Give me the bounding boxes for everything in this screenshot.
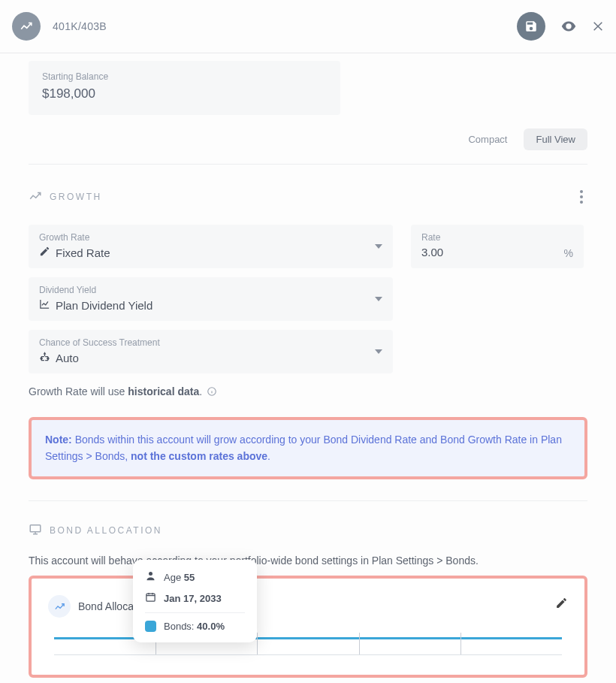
svg-rect-1 bbox=[30, 525, 41, 532]
timeline-tooltip: Age 55 Jan 17, 2033 Bonds: 40.0% bbox=[133, 560, 257, 642]
growth-icon bbox=[29, 189, 42, 205]
growth-section-title: GROWTH bbox=[50, 192, 102, 202]
timeline-tick bbox=[257, 633, 258, 655]
bond-allocation-card: Bond Allocation bbox=[29, 576, 587, 678]
dividend-yield-label: Dividend Yield bbox=[39, 285, 382, 295]
timeline-tick bbox=[359, 633, 360, 655]
save-button[interactable] bbox=[517, 12, 545, 41]
preview-icon[interactable] bbox=[560, 18, 577, 35]
app-logo bbox=[12, 12, 41, 41]
growth-menu-button[interactable] bbox=[575, 186, 587, 208]
chevron-down-icon bbox=[375, 243, 382, 250]
chevron-down-icon bbox=[375, 348, 382, 355]
rate-value: 3.00 bbox=[421, 246, 573, 258]
dividend-yield-value: Plan Dividend Yield bbox=[56, 299, 152, 312]
growth-helper-text: Growth Rate will use historical data. bbox=[29, 385, 587, 397]
growth-rate-label: Growth Rate bbox=[39, 232, 382, 243]
bond-card-icon bbox=[48, 595, 71, 618]
chevron-down-icon bbox=[375, 295, 382, 303]
bonds-note: Note: Bonds within this account will gro… bbox=[32, 420, 584, 476]
view-compact-button[interactable]: Compact bbox=[456, 128, 519, 150]
recycle-icon bbox=[39, 351, 50, 364]
person-icon bbox=[145, 570, 156, 584]
bond-timeline[interactable] bbox=[54, 633, 562, 655]
bond-description: This account will behave according to yo… bbox=[29, 555, 587, 567]
rate-input[interactable]: Rate 3.00 % bbox=[411, 225, 584, 268]
growth-rate-select[interactable]: Growth Rate Fixed Rate bbox=[29, 225, 393, 268]
timeline-tick bbox=[460, 633, 461, 655]
growth-rate-value: Fixed Rate bbox=[56, 246, 110, 259]
timeline-baseline bbox=[54, 654, 562, 655]
calendar-icon bbox=[145, 591, 156, 605]
chance-of-success-select[interactable]: Chance of Success Treatment Auto bbox=[29, 330, 393, 373]
page-title: 401K/403B bbox=[53, 20, 107, 32]
view-full-button[interactable]: Full View bbox=[524, 128, 587, 150]
divider bbox=[29, 164, 587, 165]
info-icon[interactable] bbox=[207, 386, 217, 397]
rate-label: Rate bbox=[421, 232, 573, 243]
starting-balance-label: Starting Balance bbox=[42, 71, 327, 82]
pencil-icon bbox=[39, 246, 50, 259]
starting-balance-card: Starting Balance $198,000 bbox=[29, 61, 340, 115]
tooltip-divider bbox=[145, 612, 245, 613]
chance-value: Auto bbox=[56, 352, 79, 364]
divider bbox=[29, 500, 587, 501]
edit-bond-button[interactable] bbox=[555, 597, 568, 612]
close-icon[interactable] bbox=[592, 20, 604, 32]
svg-point-2 bbox=[149, 572, 152, 576]
starting-balance-value: $198,000 bbox=[42, 86, 327, 101]
tooltip-date: Jan 17, 2033 bbox=[164, 593, 222, 604]
chart-icon bbox=[39, 298, 50, 312]
dividend-yield-select[interactable]: Dividend Yield Plan Dividend Yield bbox=[29, 277, 393, 321]
svg-rect-3 bbox=[146, 594, 155, 601]
bond-allocation-icon bbox=[29, 522, 42, 538]
bonds-swatch bbox=[145, 621, 156, 632]
bonds-note-highlight: Note: Bonds within this account will gro… bbox=[29, 417, 587, 479]
timeline-line bbox=[54, 637, 562, 639]
chance-label: Chance of Success Treatment bbox=[39, 337, 382, 348]
rate-unit: % bbox=[564, 247, 573, 259]
bond-section-title: BOND ALLOCATION bbox=[50, 525, 162, 536]
